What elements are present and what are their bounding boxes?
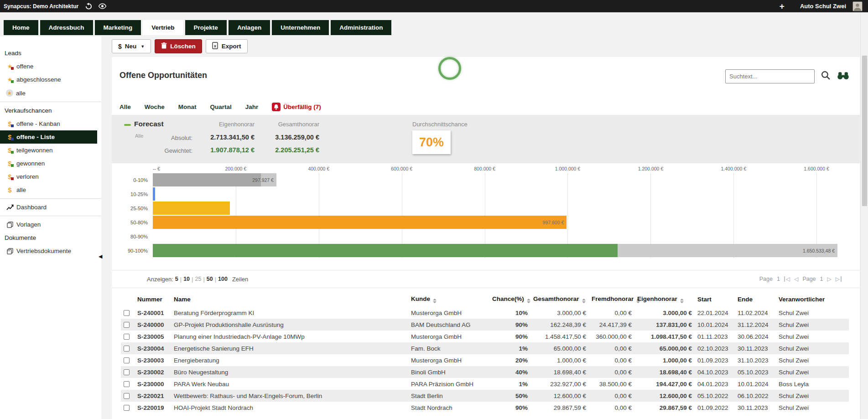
chart-bar[interactable]: 997.600 € (153, 216, 567, 229)
sort-icon[interactable] (582, 299, 586, 303)
cell-name[interactable]: Energieberatung (171, 354, 408, 366)
cell-nummer[interactable]: S-230002 (135, 366, 171, 378)
sidebar-item-leads-offene[interactable]: ★ offene (0, 60, 101, 73)
cell-nummer[interactable]: S-240001 (135, 307, 171, 319)
collapse-minus-icon[interactable] (124, 124, 131, 126)
eye-icon[interactable] (99, 3, 106, 9)
undo-icon[interactable] (85, 3, 92, 10)
search-input[interactable] (725, 69, 815, 83)
user-name[interactable]: Auto Schul Zwei (800, 3, 846, 10)
col-start[interactable]: Start (695, 292, 735, 307)
col-name[interactable]: Name (171, 292, 408, 307)
col-eigenhonorar[interactable]: Eigenhonorar (634, 292, 695, 307)
chart-bar[interactable]: 1.650.533,48 € (153, 244, 837, 257)
chart-bar[interactable]: 297.927 € (153, 173, 276, 186)
filter-monat[interactable]: Monat (178, 103, 197, 110)
page-size-10[interactable]: 10 (183, 276, 190, 282)
sidebar-item-vorlagen[interactable]: Vorlagen (0, 218, 101, 231)
page-size-100[interactable]: 100 (218, 276, 228, 282)
tab-anlagen[interactable]: Anlagen (229, 20, 270, 35)
row-checkbox[interactable] (124, 381, 130, 387)
cell-name[interactable]: GP-Projekt Produktionshalle Ausrüstung (171, 319, 408, 331)
table-row[interactable]: S-230005 Planung einer Industriedach-PV-… (121, 331, 849, 342)
cell-name[interactable]: PARA Werk Neubau (171, 378, 408, 390)
col-chance[interactable]: Chance(%) (489, 292, 530, 307)
col-gesamthonorar[interactable]: Gesamthonorar (530, 292, 589, 307)
export-button[interactable]: x Export (206, 39, 248, 53)
scrollbar-thumb[interactable] (862, 56, 867, 206)
sidebar-item-leads-abgeschlossene[interactable]: ★ abgeschlossene (0, 73, 101, 86)
table-row[interactable]: S-240001 Beratung Förderprogramm KI Must… (121, 307, 849, 319)
col-kunde[interactable]: Kunde (408, 292, 489, 307)
col-fremdhonorar[interactable]: Fremdhonorar (589, 292, 634, 307)
sidebar-item-dashboard[interactable]: Dashboard (0, 201, 101, 214)
new-button[interactable]: $ Neu ▼ (112, 39, 151, 53)
page-size-50[interactable]: 50 (207, 276, 213, 282)
cell-name[interactable]: Wettbewerb: Rathaus- und Marx-Engels-For… (171, 390, 408, 402)
vertical-scrollbar[interactable] (860, 12, 868, 419)
col-verantwortlicher[interactable]: Veranwortlicher (776, 292, 849, 307)
first-page-icon[interactable]: ◁ (784, 276, 790, 282)
table-row[interactable]: S-230002 Büro Neugestaltung Binoli GmbH … (121, 366, 849, 378)
sort-icon[interactable] (433, 299, 437, 303)
tab-vertrieb[interactable]: Vertrieb (143, 20, 183, 35)
cell-nummer[interactable]: S-220019 (135, 402, 171, 414)
cell-nummer[interactable]: S-230000 (135, 378, 171, 390)
next-page-icon[interactable]: ▷ (827, 276, 832, 282)
row-checkbox[interactable] (124, 310, 130, 316)
col-nummer[interactable]: Nummer (135, 292, 171, 307)
filter-alle[interactable]: Alle (120, 103, 131, 110)
tab-administration[interactable]: Administration (331, 20, 391, 35)
sort-icon[interactable] (527, 299, 530, 303)
cell-nummer[interactable]: S-220021 (135, 390, 171, 402)
cell-name[interactable]: Energetische Sanierung EFH (171, 342, 408, 354)
cell-name[interactable]: HOAI-Projekt Stadt Nordrach (171, 402, 408, 414)
col-ende[interactable]: Ende (735, 292, 776, 307)
cell-nummer[interactable]: S-230005 (135, 331, 171, 342)
table-row[interactable]: S-220019 HOAI-Projekt Stadt Nordrach Sta… (121, 402, 849, 414)
row-checkbox[interactable] (124, 334, 130, 340)
sidebar-item-offene-liste[interactable]: $ offene - Liste (0, 130, 97, 144)
sidebar-item-leads-alle[interactable]: ★ alle (0, 86, 101, 100)
tab-home[interactable]: Home (4, 20, 38, 35)
delete-button[interactable]: Löschen (155, 39, 202, 53)
cell-name[interactable]: Büro Neugestaltung (171, 366, 408, 378)
cell-name[interactable]: Beratung Förderprogramm KI (171, 307, 408, 319)
table-row[interactable]: S-230004 Energetische Sanierung EFH Fam.… (121, 342, 849, 354)
chart-bar[interactable] (153, 187, 155, 201)
sidebar-item-teilgewonnen[interactable]: $ teilgewonnen (0, 144, 101, 157)
advanced-search-icon[interactable] (837, 71, 849, 82)
tab-unternehmen[interactable]: Unternehmen (272, 20, 329, 35)
previous-page-icon[interactable]: ◁ (794, 276, 798, 282)
add-icon[interactable]: + (780, 2, 785, 10)
table-row[interactable]: S-230003 Energieberatung Musterorga GmbH… (121, 354, 849, 366)
filter-quartal[interactable]: Quartal (210, 103, 232, 110)
last-page-icon[interactable]: ▷ (836, 276, 842, 282)
cell-nummer[interactable]: S-230003 (135, 354, 171, 366)
page-size-5[interactable]: 5 (175, 276, 178, 282)
sidebar-item-chancen-alle[interactable]: $ alle (0, 183, 101, 197)
filter-jahr[interactable]: Jahr (245, 103, 259, 110)
table-row[interactable]: S-230000 PARA Werk Neubau PARA Präzision… (121, 378, 849, 390)
row-checkbox[interactable] (124, 393, 130, 399)
cell-nummer[interactable]: S-230004 (135, 342, 171, 354)
row-checkbox[interactable] (124, 357, 130, 363)
filter-woche[interactable]: Woche (145, 103, 165, 110)
row-checkbox[interactable] (124, 346, 130, 352)
page-size-25[interactable]: 25 (195, 276, 201, 282)
search-icon[interactable] (821, 70, 831, 83)
row-checkbox[interactable] (124, 322, 130, 328)
cell-nummer[interactable]: S-240000 (135, 319, 171, 331)
page-input[interactable]: 1 (820, 276, 823, 282)
row-checkbox[interactable] (124, 405, 130, 411)
sidebar-item-verloren[interactable]: $ verloren (0, 170, 101, 183)
cell-name[interactable]: Planung einer Industriedach-PV-Anlage 10… (171, 331, 408, 342)
tab-marketing[interactable]: Marketing (95, 20, 141, 35)
sort-icon[interactable] (680, 299, 684, 303)
sidebar-item-vertriebsdokumente[interactable]: Vertriebsdokumente (0, 244, 101, 258)
chart-bar[interactable] (153, 202, 230, 215)
sidebar-item-offene-kanban[interactable]: $ offene - Kanban (0, 117, 101, 130)
filter-ueberfaellig[interactable]: Überfällig (7) (272, 103, 321, 111)
table-row[interactable]: S-240000 GP-Projekt Produktionshalle Aus… (121, 319, 849, 331)
avatar[interactable] (852, 1, 863, 11)
